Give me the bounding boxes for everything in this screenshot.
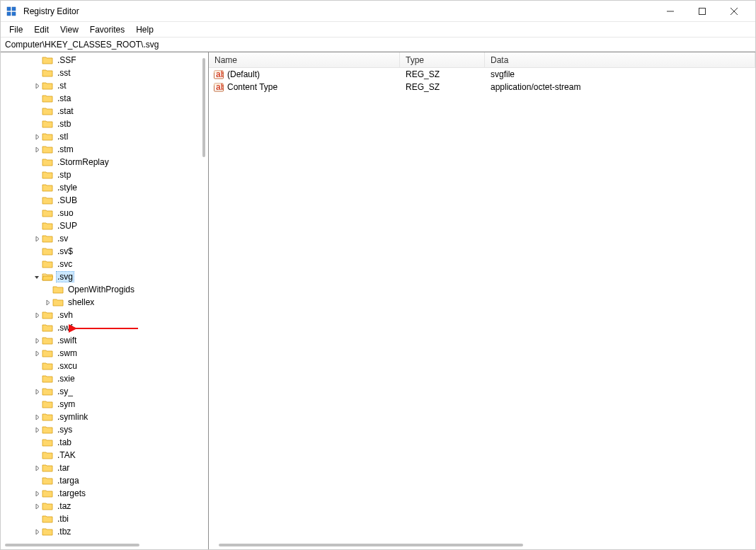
tree-item-label: .tbi [56, 514, 70, 524]
content-area: .SSF .sst .st .sta .stat .stb .stl .stm … [1, 52, 755, 549]
tree-item[interactable]: .targa [1, 474, 208, 487]
tree-item-label: .svg [56, 271, 74, 282]
chevron-right-icon[interactable] [33, 336, 41, 345]
chevron-right-icon[interactable] [33, 81, 41, 90]
folder-icon [42, 183, 53, 193]
tree-item[interactable]: .sxie [1, 372, 208, 385]
tree-item-label: .sv [56, 234, 69, 244]
value-type: REG_SZ [400, 82, 485, 92]
value-row[interactable]: ab (Default)REG_SZsvgfile [209, 68, 755, 81]
tree-item[interactable]: .sy_ [1, 385, 208, 398]
chevron-right-icon[interactable] [33, 425, 41, 434]
tree-item[interactable]: .svg [1, 270, 208, 283]
tree-item[interactable]: .stl [1, 130, 208, 143]
folder-icon [42, 412, 53, 422]
tree-item[interactable]: .sst [1, 67, 208, 79]
tree-item-label: .swm [56, 348, 79, 358]
maximize-button[interactable] [686, 1, 718, 22]
vertical-scrollbar-indicator[interactable] [202, 58, 205, 157]
tree-item[interactable]: .StormReplay [1, 156, 208, 168]
tree-item[interactable]: .sta [1, 92, 208, 105]
tree-item[interactable]: .tab [1, 436, 208, 449]
tree-item[interactable]: .tar [1, 462, 208, 474]
chevron-right-icon[interactable] [33, 464, 41, 472]
tree-item-label: .taz [56, 501, 72, 511]
chevron-down-icon[interactable] [33, 273, 41, 281]
folder-icon [42, 374, 53, 384]
chevron-right-icon[interactable] [33, 349, 41, 357]
tree-item[interactable]: .symlink [1, 411, 208, 423]
tree-item[interactable]: .sv$ [1, 245, 208, 258]
menu-file[interactable]: File [4, 23, 28, 36]
tree-item[interactable]: .stp [1, 168, 208, 181]
value-row[interactable]: ab Content TypeREG_SZapplication/octet-s… [209, 81, 755, 93]
tree-item[interactable]: shellex [1, 296, 208, 309]
tree-item[interactable]: .SUP [1, 219, 208, 232]
tree-item[interactable]: .svh [1, 309, 208, 321]
column-header-data[interactable]: Data [485, 52, 755, 67]
tree-item[interactable]: .swm [1, 347, 208, 360]
folder-icon [42, 221, 53, 231]
folder-icon [42, 195, 53, 205]
tree-item[interactable]: .swift [1, 334, 208, 347]
tree-item[interactable]: .stat [1, 105, 208, 118]
tree-panel: .SSF .sst .st .sta .stat .stb .stl .stm … [1, 52, 209, 549]
menu-help[interactable]: Help [130, 23, 159, 36]
window-controls [654, 1, 750, 22]
tree-item[interactable]: .tbi [1, 512, 208, 525]
menu-favorites[interactable]: Favorites [84, 23, 130, 36]
titlebar: Registry Editor [1, 1, 755, 22]
tree-item-label: .TAK [56, 450, 77, 460]
tree-item[interactable]: .stb [1, 118, 208, 130]
svg-rect-3 [12, 12, 16, 16]
tree-item[interactable]: .sv [1, 232, 208, 245]
tree-item-label: .tab [56, 437, 73, 447]
address-bar[interactable]: Computer\HKEY_CLASSES_ROOT\.svg [1, 38, 755, 52]
folder-icon [42, 348, 53, 358]
tree-item[interactable]: .sxcu [1, 360, 208, 372]
tree-item[interactable]: .swf [1, 321, 208, 334]
tree-item[interactable]: .suo [1, 207, 208, 219]
tree-item[interactable]: .svc [1, 258, 208, 270]
tree-item[interactable]: .sys [1, 423, 208, 436]
tree-item[interactable]: .stm [1, 143, 208, 156]
menu-edit[interactable]: Edit [28, 23, 55, 36]
tree-item-label: shellex [67, 297, 96, 307]
tree-item[interactable]: .SSF [1, 54, 208, 67]
chevron-right-icon[interactable] [33, 311, 41, 319]
tree-scroll[interactable]: .SSF .sst .st .sta .stat .stb .stl .stm … [1, 52, 208, 541]
chevron-right-icon[interactable] [33, 132, 41, 141]
tree-item[interactable]: OpenWithProgids [1, 283, 208, 296]
chevron-right-icon[interactable] [33, 527, 41, 536]
tree-item[interactable]: .taz [1, 500, 208, 512]
minimize-button[interactable] [654, 1, 686, 22]
chevron-right-icon[interactable] [43, 298, 52, 306]
tree-item[interactable]: .st [1, 79, 208, 92]
chevron-right-icon[interactable] [33, 387, 41, 396]
tree-item[interactable]: .style [1, 181, 208, 194]
horizontal-scrollbar-values[interactable] [219, 544, 523, 546]
tree-item-label: .SSF [56, 55, 78, 65]
close-button[interactable] [718, 1, 750, 22]
tree-item-label: .tar [56, 463, 71, 473]
values-rows: ab (Default)REG_SZsvgfile ab Content Typ… [209, 68, 755, 549]
chevron-right-icon[interactable] [33, 502, 41, 510]
menu-view[interactable]: View [55, 23, 84, 36]
folder-icon [42, 476, 53, 486]
tree-item[interactable]: .TAK [1, 449, 208, 462]
horizontal-scrollbar-tree[interactable] [5, 544, 139, 546]
chevron-right-icon[interactable] [33, 234, 41, 243]
column-header-type[interactable]: Type [400, 52, 485, 67]
column-header-name[interactable]: Name [209, 52, 400, 67]
tree-item[interactable]: .tbz [1, 525, 208, 538]
folder-icon [42, 68, 53, 78]
chevron-right-icon[interactable] [33, 413, 41, 421]
tree-item-label: .sys [56, 425, 74, 435]
tree-item[interactable]: .sym [1, 398, 208, 411]
tree-item-label: .swf [56, 323, 74, 333]
tree-item-label: .symlink [56, 412, 89, 422]
tree-item[interactable]: .targets [1, 487, 208, 500]
chevron-right-icon[interactable] [33, 489, 41, 498]
chevron-right-icon[interactable] [33, 145, 41, 154]
tree-item[interactable]: .SUB [1, 194, 208, 207]
